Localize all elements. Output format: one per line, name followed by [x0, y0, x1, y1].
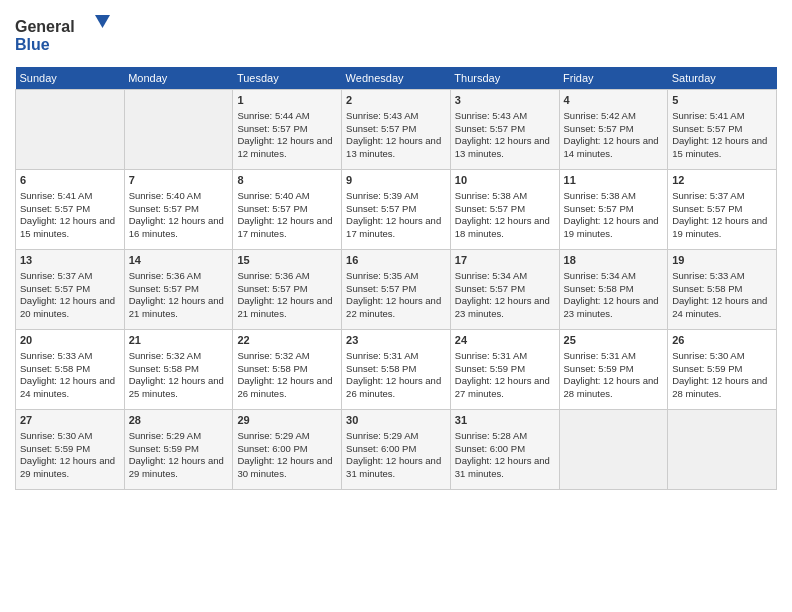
daylight-text: Daylight: 12 hours and 12 minutes.: [237, 135, 332, 159]
sunrise-text: Sunrise: 5:42 AM: [564, 110, 636, 121]
daylight-text: Daylight: 12 hours and 17 minutes.: [237, 215, 332, 239]
daylight-text: Daylight: 12 hours and 29 minutes.: [129, 455, 224, 479]
week-row-4: 20Sunrise: 5:33 AMSunset: 5:58 PMDayligh…: [16, 330, 777, 410]
day-header-sunday: Sunday: [16, 67, 125, 90]
day-number: 7: [129, 173, 229, 188]
logo-text: General Blue: [15, 10, 125, 59]
day-number: 27: [20, 413, 120, 428]
calendar-cell: 7Sunrise: 5:40 AMSunset: 5:57 PMDaylight…: [124, 170, 233, 250]
daylight-text: Daylight: 12 hours and 19 minutes.: [564, 215, 659, 239]
week-row-3: 13Sunrise: 5:37 AMSunset: 5:57 PMDayligh…: [16, 250, 777, 330]
sunset-text: Sunset: 5:57 PM: [129, 283, 199, 294]
sunrise-text: Sunrise: 5:31 AM: [564, 350, 636, 361]
week-row-1: 1Sunrise: 5:44 AMSunset: 5:57 PMDaylight…: [16, 90, 777, 170]
day-number: 29: [237, 413, 337, 428]
day-number: 5: [672, 93, 772, 108]
sunrise-text: Sunrise: 5:30 AM: [672, 350, 744, 361]
sunrise-text: Sunrise: 5:40 AM: [237, 190, 309, 201]
daylight-text: Daylight: 12 hours and 30 minutes.: [237, 455, 332, 479]
daylight-text: Daylight: 12 hours and 28 minutes.: [672, 375, 767, 399]
sunrise-text: Sunrise: 5:39 AM: [346, 190, 418, 201]
day-number: 17: [455, 253, 555, 268]
calendar-cell: 17Sunrise: 5:34 AMSunset: 5:57 PMDayligh…: [450, 250, 559, 330]
sunrise-text: Sunrise: 5:33 AM: [20, 350, 92, 361]
day-header-monday: Monday: [124, 67, 233, 90]
day-number: 24: [455, 333, 555, 348]
calendar-cell: 27Sunrise: 5:30 AMSunset: 5:59 PMDayligh…: [16, 410, 125, 490]
calendar-cell: 26Sunrise: 5:30 AMSunset: 5:59 PMDayligh…: [668, 330, 777, 410]
daylight-text: Daylight: 12 hours and 27 minutes.: [455, 375, 550, 399]
sunset-text: Sunset: 5:58 PM: [564, 283, 634, 294]
sunset-text: Sunset: 5:57 PM: [346, 283, 416, 294]
sunset-text: Sunset: 6:00 PM: [237, 443, 307, 454]
daylight-text: Daylight: 12 hours and 15 minutes.: [20, 215, 115, 239]
sunrise-text: Sunrise: 5:34 AM: [455, 270, 527, 281]
sunset-text: Sunset: 5:59 PM: [455, 363, 525, 374]
logo: General Blue: [15, 10, 125, 59]
sunset-text: Sunset: 5:57 PM: [237, 203, 307, 214]
calendar-cell: 6Sunrise: 5:41 AMSunset: 5:57 PMDaylight…: [16, 170, 125, 250]
sunset-text: Sunset: 5:57 PM: [20, 283, 90, 294]
sunrise-text: Sunrise: 5:44 AM: [237, 110, 309, 121]
calendar-table: SundayMondayTuesdayWednesdayThursdayFrid…: [15, 67, 777, 490]
calendar-cell: 8Sunrise: 5:40 AMSunset: 5:57 PMDaylight…: [233, 170, 342, 250]
sunset-text: Sunset: 5:57 PM: [129, 203, 199, 214]
sunset-text: Sunset: 5:57 PM: [672, 123, 742, 134]
calendar-cell: 3Sunrise: 5:43 AMSunset: 5:57 PMDaylight…: [450, 90, 559, 170]
calendar-cell: 31Sunrise: 5:28 AMSunset: 6:00 PMDayligh…: [450, 410, 559, 490]
day-number: 23: [346, 333, 446, 348]
sunrise-text: Sunrise: 5:30 AM: [20, 430, 92, 441]
daylight-text: Daylight: 12 hours and 20 minutes.: [20, 295, 115, 319]
sunset-text: Sunset: 5:58 PM: [20, 363, 90, 374]
sunset-text: Sunset: 5:59 PM: [20, 443, 90, 454]
calendar-cell: 21Sunrise: 5:32 AMSunset: 5:58 PMDayligh…: [124, 330, 233, 410]
calendar-cell: [559, 410, 668, 490]
calendar-cell: 16Sunrise: 5:35 AMSunset: 5:57 PMDayligh…: [342, 250, 451, 330]
sunrise-text: Sunrise: 5:36 AM: [129, 270, 201, 281]
day-number: 1: [237, 93, 337, 108]
daylight-text: Daylight: 12 hours and 29 minutes.: [20, 455, 115, 479]
daylight-text: Daylight: 12 hours and 31 minutes.: [455, 455, 550, 479]
sunrise-text: Sunrise: 5:29 AM: [237, 430, 309, 441]
day-number: 22: [237, 333, 337, 348]
day-number: 11: [564, 173, 664, 188]
calendar-cell: 23Sunrise: 5:31 AMSunset: 5:58 PMDayligh…: [342, 330, 451, 410]
sunrise-text: Sunrise: 5:31 AM: [346, 350, 418, 361]
calendar-cell: 5Sunrise: 5:41 AMSunset: 5:57 PMDaylight…: [668, 90, 777, 170]
daylight-text: Daylight: 12 hours and 13 minutes.: [455, 135, 550, 159]
day-number: 15: [237, 253, 337, 268]
day-number: 19: [672, 253, 772, 268]
calendar-cell: 2Sunrise: 5:43 AMSunset: 5:57 PMDaylight…: [342, 90, 451, 170]
day-number: 10: [455, 173, 555, 188]
sunset-text: Sunset: 5:57 PM: [346, 123, 416, 134]
sunrise-text: Sunrise: 5:41 AM: [672, 110, 744, 121]
calendar-cell: 1Sunrise: 5:44 AMSunset: 5:57 PMDaylight…: [233, 90, 342, 170]
daylight-text: Daylight: 12 hours and 23 minutes.: [455, 295, 550, 319]
daylight-text: Daylight: 12 hours and 16 minutes.: [129, 215, 224, 239]
day-header-wednesday: Wednesday: [342, 67, 451, 90]
sunset-text: Sunset: 5:58 PM: [237, 363, 307, 374]
day-header-friday: Friday: [559, 67, 668, 90]
sunset-text: Sunset: 5:57 PM: [564, 203, 634, 214]
calendar-cell: 9Sunrise: 5:39 AMSunset: 5:57 PMDaylight…: [342, 170, 451, 250]
day-number: 20: [20, 333, 120, 348]
day-number: 25: [564, 333, 664, 348]
sunrise-text: Sunrise: 5:32 AM: [129, 350, 201, 361]
day-number: 3: [455, 93, 555, 108]
calendar-cell: 20Sunrise: 5:33 AMSunset: 5:58 PMDayligh…: [16, 330, 125, 410]
sunrise-text: Sunrise: 5:34 AM: [564, 270, 636, 281]
daylight-text: Daylight: 12 hours and 14 minutes.: [564, 135, 659, 159]
sunrise-text: Sunrise: 5:36 AM: [237, 270, 309, 281]
daylight-text: Daylight: 12 hours and 21 minutes.: [237, 295, 332, 319]
calendar-cell: 22Sunrise: 5:32 AMSunset: 5:58 PMDayligh…: [233, 330, 342, 410]
calendar-cell: [16, 90, 125, 170]
day-number: 13: [20, 253, 120, 268]
sunset-text: Sunset: 5:57 PM: [455, 123, 525, 134]
calendar-cell: 13Sunrise: 5:37 AMSunset: 5:57 PMDayligh…: [16, 250, 125, 330]
day-number: 30: [346, 413, 446, 428]
daylight-text: Daylight: 12 hours and 26 minutes.: [346, 375, 441, 399]
sunrise-text: Sunrise: 5:31 AM: [455, 350, 527, 361]
sunrise-text: Sunrise: 5:38 AM: [455, 190, 527, 201]
daylight-text: Daylight: 12 hours and 25 minutes.: [129, 375, 224, 399]
sunset-text: Sunset: 5:57 PM: [672, 203, 742, 214]
